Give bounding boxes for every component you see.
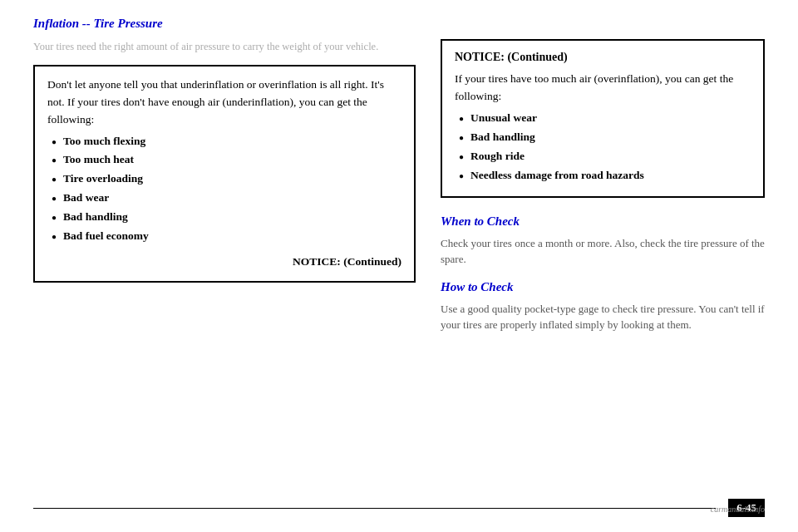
page-title: Inflation -- Tire Pressure (33, 17, 765, 31)
list-item: Tire overloading (52, 170, 401, 188)
how-to-check-text: Use a good quality pocket-type gage to c… (441, 301, 765, 333)
right-notice-title: NOTICE: (Continued) (455, 51, 751, 64)
right-notice-body: If your tires have too much air (overinf… (455, 71, 751, 185)
how-to-check-heading: How to Check (441, 280, 765, 294)
main-content: Your tires need the right amount of air … (33, 39, 765, 346)
bottom-line (33, 508, 716, 509)
list-item: Rough ride (459, 148, 751, 165)
right-notice-box: NOTICE: (Continued) If your tires have t… (441, 39, 765, 198)
page-container: Inflation -- Tire Pressure Your tires ne… (0, 0, 798, 532)
left-notice-continued: NOTICE: (Continued) (47, 254, 401, 271)
list-item: Bad wear (52, 190, 401, 207)
left-notice-intro: Don't let anyone tell you that underinfl… (47, 78, 384, 126)
bottom-bar: 6-45 (0, 499, 798, 517)
when-to-check-heading: When to Check (441, 214, 765, 229)
list-item: Bad fuel economy (52, 228, 401, 245)
when-to-check-text: Check your tires once a month or more. A… (441, 235, 765, 268)
list-item: Too much flexing (52, 133, 401, 150)
list-item: Too much heat (52, 151, 401, 169)
left-column: Your tires need the right amount of air … (33, 39, 416, 346)
right-notice-intro: If your tires have too much air (overinf… (455, 72, 733, 102)
list-item: Unusual wear (459, 110, 751, 127)
list-item: Bad handling (459, 129, 751, 146)
list-item: Bad handling (52, 209, 401, 226)
right-column: NOTICE: (Continued) If your tires have t… (441, 39, 765, 346)
intro-text: Your tires need the right amount of air … (33, 39, 416, 55)
carmanuals-watermark: carmanuals.info (711, 505, 765, 514)
list-item: Needless damage from road hazards (459, 167, 751, 185)
left-bullet-list: Too much flexing Too much heat Tire over… (47, 133, 401, 246)
right-bullet-list: Unusual wear Bad handling Rough ride Nee… (455, 110, 751, 185)
left-notice-box: Don't let anyone tell you that underinfl… (33, 65, 416, 283)
left-notice-body: Don't let anyone tell you that underinfl… (47, 76, 401, 271)
